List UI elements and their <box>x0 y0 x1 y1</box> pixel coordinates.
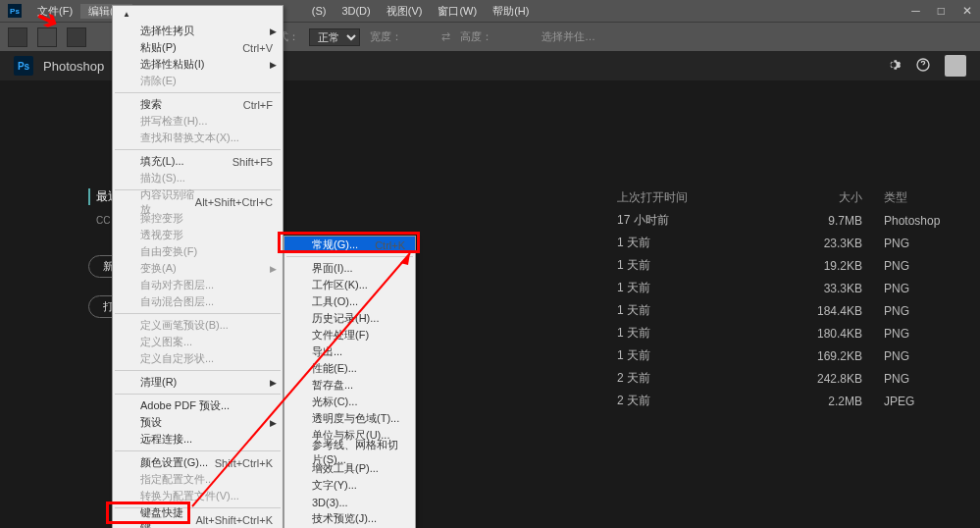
col-time: 上次打开时间 <box>617 189 784 206</box>
avatar[interactable] <box>945 55 966 77</box>
height-label: 高度： <box>460 29 492 44</box>
menu-item[interactable]: Adobe PDF 预设... <box>113 397 283 414</box>
width-label: 宽度： <box>370 29 402 44</box>
menu-item[interactable]: 性能(E)... <box>284 360 415 377</box>
gear-icon[interactable] <box>886 57 902 76</box>
minimize-icon[interactable]: ─ <box>911 4 920 18</box>
col-type: 类型 <box>862 189 951 206</box>
menu-item: 拼写检查(H)... <box>113 113 283 130</box>
recent-files-table: 上次打开时间 大小 类型 17 小时前9.7MBPhotoshop1 天前23.… <box>617 186 951 412</box>
menu-item[interactable]: 文字(Y)... <box>284 477 415 494</box>
menu-item[interactable]: 常规(G)...Ctrl+K <box>284 237 415 253</box>
menu-item: 内容识别缩放Alt+Shift+Ctrl+C <box>113 193 283 210</box>
menu-item[interactable]: 3D(3)... <box>284 494 415 510</box>
menu-item: 自由变换(F) <box>113 243 283 260</box>
table-row[interactable]: 17 小时前9.7MBPhotoshop <box>617 209 951 232</box>
table-row[interactable]: 1 天前184.4KBPNG <box>617 299 951 322</box>
menu-item[interactable]: 工作区(K)... <box>284 277 415 293</box>
swap-icon[interactable]: ⇄ <box>441 30 450 43</box>
ps-logo-icon: Ps <box>8 4 22 18</box>
table-row[interactable]: 1 天前169.2KBPNG <box>617 344 951 367</box>
mode-select[interactable]: 正常 <box>309 28 360 46</box>
tool-marquee-icon[interactable] <box>8 27 27 47</box>
table-row[interactable]: 1 天前23.3KBPNG <box>617 232 951 254</box>
close-icon[interactable]: ✕ <box>962 4 972 18</box>
menu-item[interactable]: 颜色设置(G)...Shift+Ctrl+K <box>113 454 283 471</box>
menu-item: 透视变形 <box>113 227 283 243</box>
preferences-submenu: 常规(G)...Ctrl+K界面(I)...工作区(K)...工具(O)...历… <box>284 236 416 528</box>
menu-item[interactable]: 远程连接... <box>113 431 283 448</box>
select-mask-label[interactable]: 选择并住… <box>542 29 595 44</box>
menu-item[interactable]: 界面(I)... <box>284 260 415 277</box>
menu-item[interactable]: 填充(L)...Shift+F5 <box>113 153 283 170</box>
menu-item[interactable]: 选择性粘贴(I)▶ <box>113 56 283 73</box>
menu-item: 清除(E) <box>113 73 283 89</box>
maximize-icon[interactable]: □ <box>938 4 945 18</box>
menu-item[interactable]: 增效工具(P)... <box>284 460 415 477</box>
menu-item[interactable]: 选择性拷贝▶ <box>113 23 283 39</box>
menu-item: 定义图案... <box>113 334 283 350</box>
menu-item[interactable]: 参考线、网格和切片(S)... <box>284 444 415 460</box>
menu-view[interactable]: 视图(V) <box>379 4 431 19</box>
menu-item: 自动混合图层... <box>113 293 283 310</box>
menu-item[interactable]: 预设▶ <box>113 414 283 431</box>
menu-item[interactable]: 技术预览(J)... <box>284 510 415 527</box>
menu-item[interactable]: 历史记录(H)... <box>284 310 415 327</box>
menu-item[interactable]: 文件处理(F) <box>284 327 415 343</box>
table-row[interactable]: 1 天前19.2KBPNG <box>617 254 951 277</box>
menu-item: 操控变形 <box>113 210 283 227</box>
ps-app-icon: Ps <box>14 56 33 76</box>
table-row[interactable]: 1 天前33.3KBPNG <box>617 277 951 299</box>
edit-menu-dropdown: ▲ 选择性拷贝▶粘贴(P)Ctrl+V选择性粘贴(I)▶清除(E)搜索Ctrl+… <box>112 5 284 528</box>
table-row[interactable]: 2 天前2.2MBJPEG <box>617 390 951 412</box>
menu-3d[interactable]: 3D(D) <box>334 5 378 17</box>
col-size: 大小 <box>784 189 862 206</box>
menu-item[interactable]: 透明度与色域(T)... <box>284 410 415 427</box>
menu-item[interactable]: 清理(R)▶ <box>113 374 283 391</box>
menu-item: 定义画笔预设(B)... <box>113 317 283 334</box>
tool-icon-2[interactable] <box>67 27 86 47</box>
help-icon[interactable] <box>915 57 931 76</box>
menu-item[interactable]: 键盘快捷键...Alt+Shift+Ctrl+K <box>113 511 283 528</box>
tool-icon[interactable] <box>37 27 57 47</box>
menu-item[interactable]: 光标(C)... <box>284 394 415 410</box>
menu-window[interactable]: 窗口(W) <box>430 4 485 19</box>
menu-item: 查找和替换文本(X)... <box>113 130 283 146</box>
table-row[interactable]: 1 天前180.4KBPNG <box>617 322 951 344</box>
menu-item: 描边(S)... <box>113 170 283 186</box>
menu-item[interactable]: 搜索Ctrl+F <box>113 96 283 113</box>
menu-item: 转换为配置文件(V)... <box>113 488 283 504</box>
menu-item[interactable]: 工具(O)... <box>284 293 415 310</box>
menu-item[interactable]: 导出... <box>284 343 415 360</box>
table-row[interactable]: 2 天前242.8KBPNG <box>617 367 951 390</box>
menu-help[interactable]: 帮助(H) <box>485 4 537 19</box>
menu-s[interactable]: (S) <box>304 5 335 17</box>
menu-item[interactable]: 暂存盘... <box>284 377 415 394</box>
menu-scroll-up[interactable]: ▲ <box>113 6 283 23</box>
menu-item: 自动对齐图层... <box>113 277 283 293</box>
menu-item: 变换(A)▶ <box>113 260 283 277</box>
menu-file[interactable]: 文件(F) <box>29 4 80 19</box>
app-name: Photoshop <box>43 59 104 74</box>
menu-item: 指定配置文件... <box>113 471 283 488</box>
menu-item: 定义自定形状... <box>113 350 283 367</box>
menu-item[interactable]: 粘贴(P)Ctrl+V <box>113 39 283 56</box>
